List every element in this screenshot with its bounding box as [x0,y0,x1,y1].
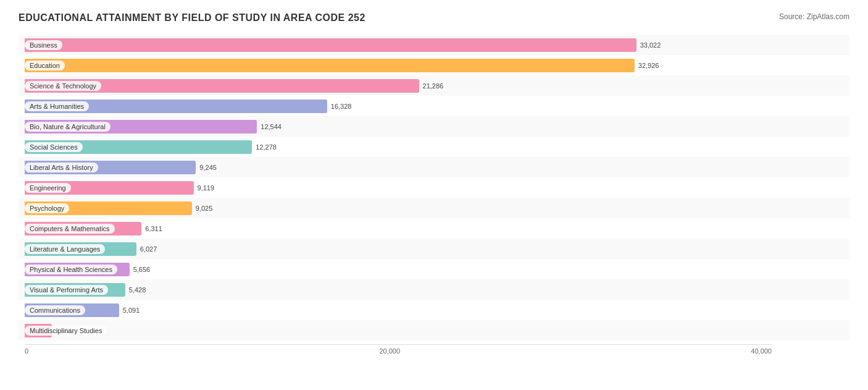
bar-wrapper: Education 32,926 [25,55,766,75]
bar-label: Psychology [25,203,69,213]
bar-label: Social Sciences [25,142,83,152]
bar-wrapper: Arts & Humanities 16,328 [25,96,766,116]
bar-label-container: Bio, Nature & Agricultural [25,120,111,134]
bar-wrapper: Social Sciences 12,278 [25,137,766,157]
bar-label-container: Literature & Languages [25,242,105,256]
bar-row: Liberal Arts & History 9,245 [19,157,849,177]
x-axis-label: 20,000 [379,347,400,355]
bar-wrapper: Multidisciplinary Studies 1,480 [25,320,766,341]
bar-row: Arts & Humanities 16,328 [19,96,849,116]
bar-value: 12,544 [261,123,282,130]
bar-row: Psychology 9,025 [19,198,849,218]
bar-wrapper: Psychology 9,025 [25,198,766,218]
bar-label: Liberal Arts & History [25,163,98,172]
bar-fill: Physical & Health Sciences [25,263,130,276]
bar-fill: Business [25,38,636,52]
bar-fill: Social Sciences [25,140,252,154]
bar-wrapper: Literature & Languages 6,027 [25,239,766,259]
bar-label: Engineering [25,183,71,193]
bar-label: Bio, Nature & Agricultural [25,122,111,132]
bar-value: 33,022 [640,41,661,49]
bar-row: Business 33,022 [19,35,849,55]
bar-label-container: Computers & Mathematics [25,222,115,235]
bar-value: 32,926 [638,62,659,69]
bar-label-container: Communications [25,303,85,317]
bar-fill: Science & Technology [25,79,419,93]
bar-value: 9,245 [199,164,217,171]
bar-value: 5,091 [123,307,140,314]
bar-label-container: Education [25,59,65,72]
bar-fill: Arts & Humanities [25,100,327,113]
x-axis: 020,00040,000 [25,344,772,355]
bar-row: Multidisciplinary Studies 1,480 [19,320,849,341]
bar-row: Communications 5,091 [19,300,849,320]
x-axis-label: 0 [25,347,28,355]
bar-wrapper: Liberal Arts & History 9,245 [25,157,766,177]
x-axis-labels: 020,00040,000 [25,347,772,355]
bar-fill: Psychology [25,201,192,215]
bar-value: 16,328 [331,103,352,110]
bar-fill: Literature & Languages [25,242,136,256]
bar-value: 5,656 [133,266,151,273]
chart-header: EDUCATIONAL ATTAINMENT BY FIELD OF STUDY… [19,12,849,23]
chart-body: Business 33,022 Education 32,926 Science… [19,35,849,355]
bar-wrapper: Visual & Performing Arts 5,428 [25,279,766,300]
bar-label: Literature & Languages [25,244,105,254]
chart-source: Source: ZipAtlas.com [779,12,849,21]
bar-wrapper: Bio, Nature & Agricultural 12,544 [25,116,766,137]
bar-label-container: Arts & Humanities [25,100,89,113]
bar-label: Business [25,40,62,50]
bar-label: Science & Technology [25,81,101,91]
bar-fill: Liberal Arts & History [25,161,196,174]
bar-wrapper: Business 33,022 [25,35,766,55]
bar-label-container: Science & Technology [25,79,101,93]
bar-label-container: Engineering [25,181,71,195]
bar-label-container: Social Sciences [25,140,83,154]
bar-row: Visual & Performing Arts 5,428 [19,279,849,300]
bar-label: Visual & Performing Arts [25,285,108,295]
bar-fill: Computers & Mathematics [25,222,141,235]
bar-label-container: Visual & Performing Arts [25,283,108,297]
bar-label: Physical & Health Sciences [25,265,117,274]
bar-label-container: Psychology [25,201,69,215]
bar-value: 12,278 [256,143,277,151]
bar-row: Physical & Health Sciences 5,656 [19,259,849,279]
bar-value: 6,311 [145,225,162,232]
bar-row: Computers & Mathematics 6,311 [19,218,849,239]
bar-label-container: Business [25,38,62,52]
bar-fill: Engineering [25,181,194,195]
chart-container: EDUCATIONAL ATTAINMENT BY FIELD OF STUDY… [0,0,868,390]
bar-wrapper: Communications 5,091 [25,300,766,320]
bar-label: Computers & Mathematics [25,224,115,234]
bar-wrapper: Science & Technology 21,286 [25,75,766,96]
bar-label: Arts & Humanities [25,101,89,111]
chart-area: Business 33,022 Education 32,926 Science… [19,35,849,341]
bar-value: 9,119 [198,184,215,192]
bar-row: Literature & Languages 6,027 [19,239,849,259]
bar-row: Science & Technology 21,286 [19,75,849,96]
bar-value: 21,286 [423,82,444,90]
bar-row: Engineering 9,119 [19,177,849,198]
bar-value: 9,025 [196,205,213,212]
bar-wrapper: Engineering 9,119 [25,177,766,198]
bar-fill: Bio, Nature & Agricultural [25,120,257,134]
bar-label: Communications [25,305,85,315]
bar-label-container: Multidisciplinary Studies [25,324,107,337]
bar-wrapper: Physical & Health Sciences 5,656 [25,259,766,279]
bar-value: 6,027 [140,245,157,253]
chart-title: EDUCATIONAL ATTAINMENT BY FIELD OF STUDY… [19,12,365,23]
bar-label-container: Liberal Arts & History [25,161,98,174]
x-axis-label: 40,000 [751,347,772,355]
bar-fill: Education [25,59,635,72]
bar-label-container: Physical & Health Sciences [25,263,117,276]
bar-fill: Multidisciplinary Studies [25,324,52,337]
bar-row: Education 32,926 [19,55,849,75]
bar-row: Bio, Nature & Agricultural 12,544 [19,116,849,137]
bar-label: Education [25,61,65,70]
bar-row: Social Sciences 12,278 [19,137,849,157]
bar-wrapper: Computers & Mathematics 6,311 [25,218,766,239]
bar-value: 5,428 [129,286,146,294]
bar-fill: Visual & Performing Arts [25,283,125,297]
bar-label: Multidisciplinary Studies [25,326,107,336]
bar-fill: Communications [25,303,119,317]
